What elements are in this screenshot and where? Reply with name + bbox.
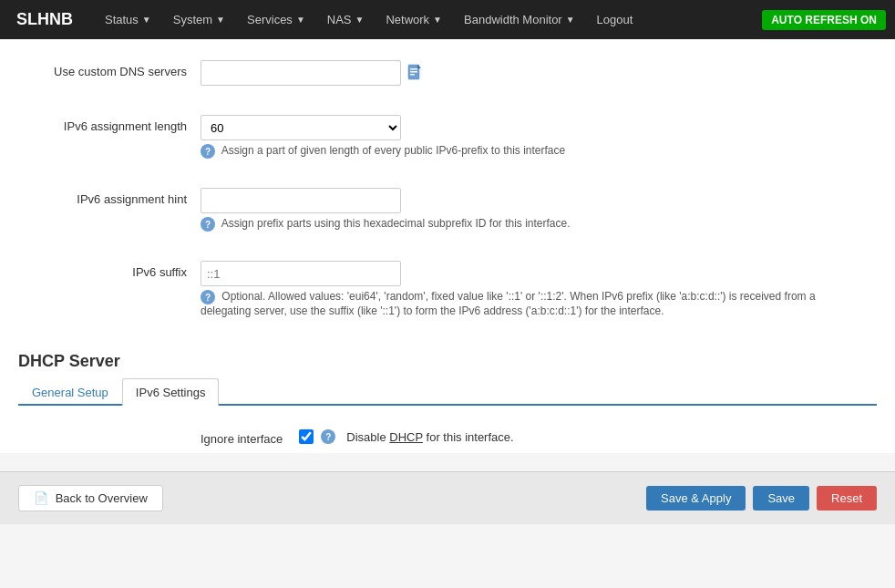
svg-rect-1	[410, 68, 417, 70]
ipv6-suffix-input[interactable]	[201, 261, 401, 286]
nav-network-arrow: ▼	[433, 15, 442, 25]
dns-input[interactable]	[201, 60, 401, 86]
nav-nas[interactable]: NAS ▼	[316, 0, 375, 39]
dhcp-section: DHCP Server General Setup IPv6 Settings …	[18, 343, 877, 453]
nav-system[interactable]: System ▼	[162, 0, 236, 39]
footer-actions: Save & Apply Save Reset	[646, 486, 877, 511]
auto-refresh-button[interactable]: AUTO REFRESH ON	[762, 10, 886, 30]
dns-label: Use custom DNS servers	[18, 60, 201, 78]
nav-status-arrow: ▼	[142, 15, 151, 25]
nav-network[interactable]: Network ▼	[375, 0, 453, 39]
navbar: SLHNB Status ▼ System ▼ Services ▼ NAS ▼…	[0, 0, 895, 39]
reset-button[interactable]: Reset	[817, 486, 877, 511]
ipv6-length-label: IPv6 assignment length	[18, 115, 201, 133]
ipv6-suffix-help-icon: ?	[201, 290, 215, 304]
ipv6-suffix-hint: ? Optional. Allowed values: 'eui64', 'ra…	[201, 290, 838, 317]
dns-row: Use custom DNS servers	[18, 53, 877, 93]
ipv6-length-row: IPv6 assignment length auto 48 52 56 60 …	[18, 108, 877, 166]
ipv6-hint-row: IPv6 assignment hint ? Assign prefix par…	[18, 181, 877, 239]
dhcp-tabs: General Setup IPv6 Settings	[18, 378, 877, 406]
back-icon: 📄	[34, 491, 48, 505]
dhcp-title: DHCP Server	[18, 343, 877, 378]
ipv6-hint-control: ? Assign prefix parts using this hexadec…	[201, 188, 877, 232]
file-icon	[406, 63, 425, 81]
brand-logo: SLHNB	[9, 10, 80, 29]
nav-services-arrow: ▼	[296, 15, 305, 25]
ignore-label: Ignore interface	[201, 428, 292, 446]
tab-ipv6-settings[interactable]: IPv6 Settings	[122, 378, 220, 406]
ipv6-suffix-label: IPv6 suffix	[18, 261, 201, 279]
ipv6-hint-label: IPv6 assignment hint	[18, 188, 201, 206]
back-to-overview-button[interactable]: 📄 Back to Overview	[18, 485, 163, 511]
ignore-help-icon: ?	[321, 429, 335, 444]
dns-control	[201, 60, 877, 86]
tab-ipv6-content: Ignore interface ? Disable DHCP for this…	[18, 420, 877, 453]
svg-rect-3	[410, 74, 415, 76]
ipv6-length-control: auto 48 52 56 60 64 ? Assign a part of g…	[201, 115, 877, 159]
dns-file-button[interactable]	[405, 61, 427, 86]
save-button[interactable]: Save	[753, 486, 809, 511]
nav-services[interactable]: Services ▼	[236, 0, 316, 39]
ipv6-suffix-row: IPv6 suffix ? Optional. Allowed values: …	[18, 253, 877, 325]
ignore-hint: Disable DHCP for this interface.	[346, 430, 513, 444]
dhcp-underline: DHCP	[389, 430, 423, 444]
footer-bar: 📄 Back to Overview Save & Apply Save Res…	[0, 471, 895, 524]
dns-input-group	[201, 60, 877, 86]
tab-general-setup[interactable]: General Setup	[18, 378, 122, 406]
ipv6-hint-text: ? Assign prefix parts using this hexadec…	[201, 217, 838, 232]
ipv6-length-help-icon: ?	[201, 144, 215, 159]
ipv6-hint-help-icon: ?	[201, 217, 215, 232]
save-apply-button[interactable]: Save & Apply	[646, 486, 746, 511]
nav-bandwidth-arrow: ▼	[566, 15, 575, 25]
nav-logout[interactable]: Logout	[586, 0, 644, 39]
ipv6-hint-input[interactable]	[201, 188, 401, 213]
main-content: Use custom DNS servers IPv6 assignment l…	[0, 39, 895, 453]
nav-bandwidth-monitor[interactable]: Bandwidth Monitor ▼	[453, 0, 586, 39]
svg-rect-2	[410, 71, 417, 73]
ipv6-length-select[interactable]: auto 48 52 56 60 64	[201, 115, 401, 140]
ipv6-suffix-control: ? Optional. Allowed values: 'eui64', 'ra…	[201, 261, 877, 317]
nav-system-arrow: ▼	[216, 15, 225, 25]
ipv6-length-hint: ? Assign a part of given length of every…	[201, 144, 838, 159]
nav-status[interactable]: Status ▼	[94, 0, 162, 39]
nav-nas-arrow: ▼	[355, 15, 365, 25]
ignore-interface-row: Ignore interface ? Disable DHCP for this…	[18, 420, 877, 453]
ignore-checkbox[interactable]	[299, 429, 314, 444]
